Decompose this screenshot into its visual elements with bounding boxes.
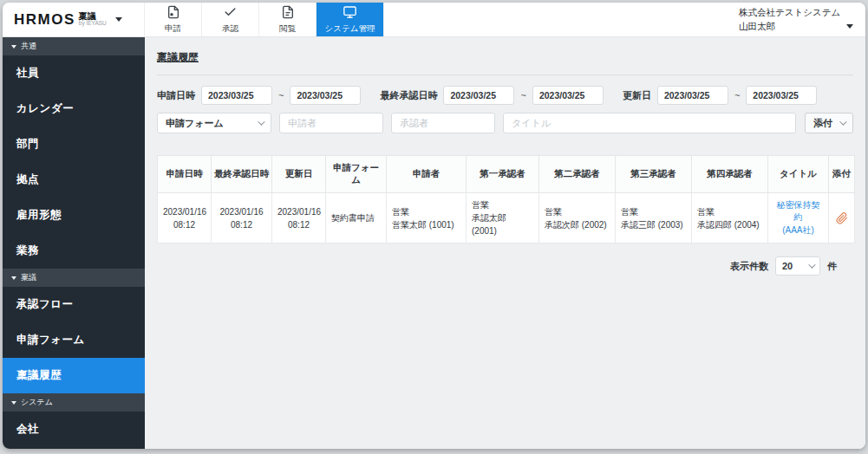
section-collapse-icon (11, 276, 16, 280)
range-separator: ~ (734, 90, 740, 101)
col-header-attachment: 添付 (829, 156, 855, 193)
title-line-1: 秘密保持契約 (777, 200, 820, 223)
applied-from-input[interactable] (201, 86, 272, 105)
nav-item-apply[interactable]: 申請 (145, 3, 202, 36)
filter-approved-date: 最終承認日時 ~ (380, 86, 603, 105)
form-select-value: 申請フォーム (166, 117, 224, 130)
time-value: 08:12 (163, 218, 206, 231)
top-navigation: 申請 承認 閲覧 (145, 3, 384, 36)
ringi-title-link[interactable]: 秘密保持契約 (AAA社) (773, 199, 823, 237)
filter-updated-date: 更新日 ~ (623, 86, 817, 105)
chevron-down-icon (258, 118, 264, 125)
paperclip-icon[interactable] (834, 212, 849, 224)
col-header-applicant: 申請者 (387, 156, 467, 193)
approved-from-input[interactable] (443, 86, 514, 105)
person-dept: 営業 (392, 205, 460, 218)
filter-label: 更新日 (623, 89, 651, 102)
filter-label: 最終承認日時 (380, 89, 437, 102)
sidebar-item-approval-flow[interactable]: 承認フロー (3, 287, 145, 322)
nav-item-label: システム管理 (325, 23, 375, 35)
sidebar-item-departments[interactable]: 部門 (3, 126, 145, 162)
cell-form: 契約書申請 (326, 193, 387, 243)
approved-to-input[interactable] (532, 86, 604, 105)
per-page-select[interactable]: 20 (775, 256, 820, 276)
apply-document-icon (166, 5, 180, 21)
attachment-filter-button[interactable]: 添付 (805, 113, 853, 133)
sidebar-item-company[interactable]: 会社 (3, 412, 145, 447)
page-title[interactable]: 稟議履歴 (157, 51, 199, 63)
person-dept: 営業 (472, 198, 533, 211)
section-title: 稟議 (21, 272, 36, 283)
brand-logo[interactable]: HRMOS 稟議 by IEYASU (3, 3, 145, 36)
cell-approver-2: 営業 承認次郎 (2002) (539, 193, 616, 243)
account-menu[interactable]: 株式会社テストシステム 山田太郎 (739, 3, 865, 36)
cell-applicant: 営業 営業太郎 (1001) (387, 193, 467, 243)
applicant-search-input[interactable] (279, 113, 383, 133)
chevron-down-icon (839, 118, 846, 125)
title-search-input[interactable] (503, 113, 796, 133)
sidebar-item-employees[interactable]: 社員 (3, 55, 145, 91)
table-row: 2023/01/16 08:12 2023/01/16 08:12 2023/0… (158, 193, 855, 243)
sidebar-item-application-form[interactable]: 申請フォーム (3, 322, 145, 358)
cell-approver-3: 営業 承認三郎 (2003) (616, 193, 692, 243)
brand-byline: by IEYASU (79, 21, 107, 27)
person-dept: 営業 (697, 205, 762, 218)
section-title: システム (21, 397, 53, 408)
nav-item-label: 承認 (222, 23, 238, 35)
sidebar-item-work[interactable]: 業務 (3, 233, 145, 269)
nav-item-label: 閲覧 (279, 23, 296, 35)
sidebar-item-ringi-history[interactable]: 稟議履歴 (3, 358, 145, 393)
time-value: 08:12 (277, 218, 320, 231)
sidebar-item-locations[interactable]: 拠点 (3, 162, 145, 198)
nav-item-system-admin[interactable]: システム管理 (317, 3, 384, 36)
col-header-approver-2: 第二承認者 (539, 156, 616, 193)
filter-panel: 申請日時 ~ 最終承認日時 ~ 更新日 ~ (157, 75, 853, 133)
filter-label: 申請日時 (157, 89, 195, 102)
col-header-approver-3: 第三承認者 (616, 156, 692, 193)
cell-applied-at: 2023/01/16 08:12 (158, 193, 212, 243)
updated-from-input[interactable] (657, 86, 728, 105)
section-title: 共通 (21, 41, 36, 52)
applied-to-input[interactable] (290, 86, 361, 105)
brand-sub: 稟議 by IEYASU (79, 12, 107, 27)
filter-applied-date: 申請日時 ~ (157, 86, 361, 105)
app-window: HRMOS 稟議 by IEYASU 申請 (3, 3, 865, 449)
per-page-label: 表示件数 (730, 260, 768, 273)
account-caret-icon[interactable] (846, 24, 853, 29)
main-content: 稟議履歴 申請日時 ~ 最終承認日時 ~ (145, 37, 865, 449)
cell-title: 秘密保持契約 (AAA社) (768, 193, 829, 243)
person-dept: 営業 (621, 205, 686, 218)
col-header-updated-at: 更新日 (272, 156, 326, 193)
ringi-history-table: 申請日時 最終承認日時 更新日 申請フォーム 申請者 第一承認者 第二承認者 第… (157, 155, 855, 243)
nav-item-view[interactable]: 閲覧 (259, 3, 317, 36)
sidebar-item-employment-type[interactable]: 雇用形態 (3, 198, 145, 233)
sidebar-item-calendar[interactable]: カレンダー (3, 91, 145, 126)
cell-updated-at: 2023/01/16 08:12 (272, 193, 326, 243)
form-select[interactable]: 申請フォーム (157, 113, 271, 133)
nav-item-label: 申請 (165, 23, 181, 35)
updated-to-input[interactable] (746, 86, 817, 105)
top-bar: HRMOS 稟議 by IEYASU 申請 (3, 3, 865, 37)
sidebar-section-ringi[interactable]: 稟議 (3, 269, 145, 287)
person-name: 承認太郎 (2001) (472, 211, 533, 237)
col-header-approver-1: 第一承認者 (467, 156, 539, 193)
range-separator: ~ (278, 90, 284, 101)
col-header-title: タイトル (768, 156, 829, 193)
brand-name: HRMOS (14, 11, 75, 29)
col-header-applied-at: 申請日時 (158, 156, 212, 193)
sidebar-section-common[interactable]: 共通 (3, 37, 145, 55)
cell-final-approved-at: 2023/01/16 08:12 (212, 193, 272, 243)
sidebar-section-system[interactable]: システム (3, 393, 145, 412)
table-header-row: 申請日時 最終承認日時 更新日 申請フォーム 申請者 第一承認者 第二承認者 第… (158, 156, 855, 193)
user-name: 山田太郎 (739, 20, 775, 33)
nav-item-approve[interactable]: 承認 (202, 3, 259, 36)
approver-search-input[interactable] (391, 113, 495, 133)
person-name: 営業太郎 (1001) (392, 218, 460, 231)
sidebar-item-system-settings[interactable]: システム設定 (3, 447, 145, 449)
brand-menu-caret-icon[interactable] (115, 17, 122, 22)
cell-approver-1: 営業 承認太郎 (2001) (467, 193, 539, 243)
document-icon (281, 5, 295, 21)
monitor-icon (343, 5, 357, 21)
date-value: 2023/01/16 (277, 205, 320, 218)
company-name: 株式会社テストシステム (739, 6, 853, 19)
